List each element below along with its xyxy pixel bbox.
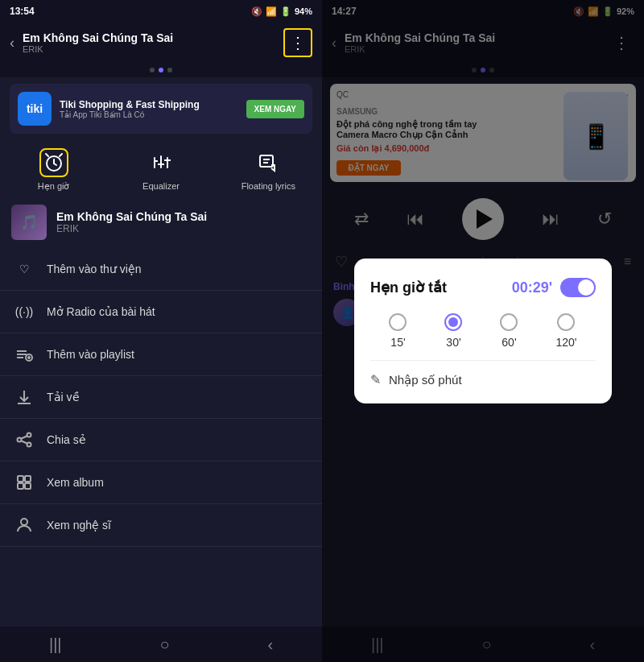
timer-options-row: 15' 30' 60' 120' <box>370 313 596 349</box>
download-item[interactable]: Tải về <box>0 376 322 419</box>
song-row-title: Em Không Sai Chúng Ta Sai <box>56 210 207 223</box>
left-artist: ERIK <box>23 44 275 54</box>
left-nav-apps[interactable]: ||| <box>49 635 62 654</box>
song-options-list: ♡ Thêm vào thư viện ((·)) Mở Radio của b… <box>0 248 322 627</box>
dot-3 <box>167 68 172 72</box>
left-status-bar: 13:54 🔇 📶 🔋 94% <box>0 0 322 23</box>
equalizer-icon <box>147 148 175 177</box>
radio-circle-30[interactable] <box>444 313 462 331</box>
svg-line-3 <box>46 154 48 156</box>
open-radio-label: Mở Radio của bài hát <box>47 305 155 318</box>
left-more-button[interactable]: ⋮ <box>283 28 312 57</box>
svg-point-22 <box>27 433 31 437</box>
svg-rect-27 <box>18 476 23 482</box>
floating-lyrics-icon <box>254 148 283 177</box>
right-panel: 14:27 🔇 📶 🔋 92% ‹ Em Không Sai Chúng Ta … <box>322 0 644 662</box>
view-artist-item[interactable]: Xem nghệ sĩ <box>0 504 322 547</box>
ad-subtitle: Tải App Tiki Bấm Là Có <box>60 110 238 119</box>
open-radio-item[interactable]: ((·)) Mở Radio của bài hát <box>0 291 322 333</box>
radio-circle-15[interactable] <box>389 313 407 331</box>
floating-lyrics-label: Floating lyrics <box>242 181 295 191</box>
playlist-add-icon <box>14 345 34 364</box>
hen-gio-menu-item[interactable]: Hẹn giờ <box>0 148 107 192</box>
left-ad-banner[interactable]: tiki Tiki Shopping & Fast Shipping Tải A… <box>10 84 312 134</box>
ad-button[interactable]: XEM NGAY <box>246 100 304 118</box>
timer-option-120[interactable]: 120' <box>555 313 576 349</box>
download-icon <box>14 387 34 407</box>
dot-2 <box>159 68 163 72</box>
modal-overlay[interactable]: Hẹn giờ tắt 00:29' 15' 30' 60' <box>322 0 644 662</box>
download-label: Tải về <box>47 391 80 403</box>
album-icon <box>14 473 34 492</box>
svg-point-23 <box>18 438 22 442</box>
share-label: Chia sẻ <box>47 433 86 446</box>
radio-icon: ((·)) <box>14 302 34 321</box>
left-top-nav: ‹ Em Không Sai Chúng Ta Sai ERIK ⋮ <box>0 23 322 63</box>
heart-icon: ♡ <box>14 259 34 279</box>
left-song-title: Em Không Sai Chúng Ta Sai <box>23 31 275 44</box>
radio-circle-60[interactable] <box>500 313 518 331</box>
view-artist-label: Xem nghệ sĩ <box>47 519 111 532</box>
edit-icon: ✎ <box>370 372 381 387</box>
modal-divider <box>370 360 596 361</box>
view-album-item[interactable]: Xem album <box>0 461 322 504</box>
timer-option-15[interactable]: 15' <box>389 313 407 349</box>
artist-icon <box>14 515 34 535</box>
svg-rect-28 <box>25 476 31 482</box>
left-panel: 13:54 🔇 📶 🔋 94% ‹ Em Không Sai Chúng Ta … <box>0 0 322 662</box>
ad-title: Tiki Shopping & Fast Shipping <box>60 99 238 110</box>
view-album-label: Xem album <box>47 476 104 489</box>
tiki-logo: tiki <box>18 92 52 126</box>
modal-header: Hẹn giờ tắt 00:29' <box>370 278 596 297</box>
svg-line-25 <box>22 437 27 439</box>
left-dots <box>0 63 322 77</box>
svg-line-26 <box>22 441 27 444</box>
floating-lyrics-menu-item[interactable]: Floating lyrics <box>215 148 322 192</box>
svg-line-4 <box>60 154 62 156</box>
song-thumbnail: 🎵 <box>11 205 47 240</box>
left-bottom-nav: ||| ○ ‹ <box>0 627 322 662</box>
timer-option-60[interactable]: 60' <box>500 313 518 349</box>
song-row: 🎵 Em Không Sai Chúng Ta Sai ERIK <box>0 197 322 248</box>
quick-menu-bar: Hẹn giờ Equalizer <box>0 140 322 197</box>
sleep-timer-modal: Hẹn giờ tắt 00:29' 15' 30' 60' <box>354 259 612 403</box>
left-time: 13:54 <box>10 6 35 17</box>
radio-circle-120[interactable] <box>557 313 575 331</box>
modal-time-display: 00:29' <box>512 279 552 296</box>
hen-gio-label: Hẹn giờ <box>38 181 70 192</box>
sleep-timer-toggle[interactable] <box>560 278 596 297</box>
add-playlist-item[interactable]: Thêm vào playlist <box>0 333 322 376</box>
svg-point-31 <box>21 519 27 525</box>
add-library-label: Thêm vào thư viện <box>47 263 142 275</box>
custom-minutes-row[interactable]: ✎ Nhập số phút <box>370 372 596 387</box>
add-playlist-label: Thêm vào playlist <box>47 348 134 361</box>
radio-label-30: 30' <box>446 336 460 349</box>
radio-label-120: 120' <box>555 336 576 349</box>
share-item[interactable]: Chia sẻ <box>0 419 322 461</box>
alarm-icon <box>39 148 68 177</box>
radio-label-15: 15' <box>390 336 405 349</box>
add-library-item[interactable]: ♡ Thêm vào thư viện <box>0 248 322 291</box>
timer-option-30[interactable]: 30' <box>444 313 462 349</box>
share-icon <box>14 430 34 449</box>
song-row-artist: ERIK <box>56 223 207 234</box>
svg-rect-29 <box>18 483 23 489</box>
svg-line-2 <box>54 163 56 165</box>
left-nav-back[interactable]: ‹ <box>267 635 273 654</box>
svg-rect-11 <box>260 155 273 167</box>
svg-point-24 <box>27 443 31 447</box>
equalizer-menu-item[interactable]: Equalizer <box>107 148 214 192</box>
modal-title: Hẹn giờ tắt <box>370 279 447 296</box>
custom-minutes-label: Nhập số phút <box>389 373 462 387</box>
dot-1 <box>150 68 155 72</box>
equalizer-label: Equalizer <box>142 181 180 191</box>
svg-rect-30 <box>25 483 31 489</box>
left-nav-home[interactable]: ○ <box>159 635 169 654</box>
left-status-icons: 🔇 📶 🔋 94% <box>251 6 312 17</box>
radio-label-60: 60' <box>502 336 516 349</box>
left-back-button[interactable]: ‹ <box>10 35 14 52</box>
